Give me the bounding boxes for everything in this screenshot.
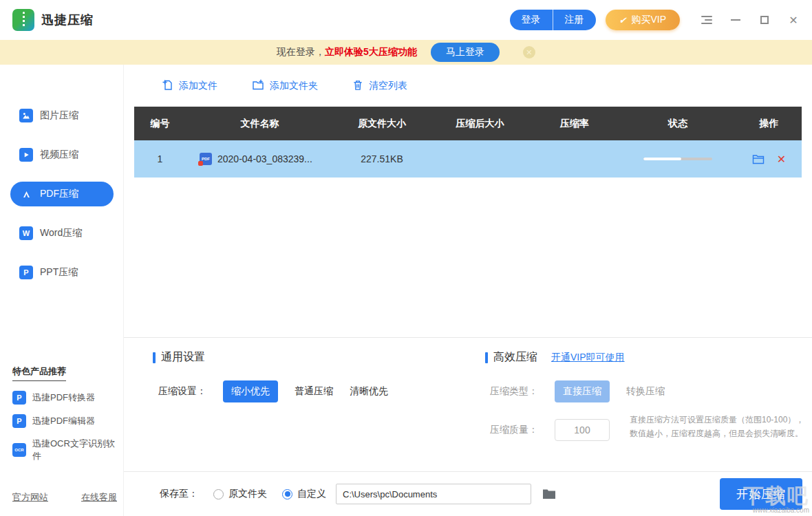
open-vip-link[interactable]: 开通VIP即可使用 xyxy=(551,352,625,364)
cell-filename: PDF 2020-04-03_083239... xyxy=(186,153,334,165)
clear-list-label: 清空列表 xyxy=(369,80,407,92)
image-compress-icon xyxy=(19,109,33,122)
sidebar-item-ppt-compress[interactable]: P PPT压缩 xyxy=(10,260,114,285)
progress-fill xyxy=(643,158,681,160)
quality-input[interactable] xyxy=(555,419,610,441)
compress-type-row: 压缩类型： 直接压缩 转换压缩 xyxy=(490,380,665,402)
add-file-button[interactable]: 添加文件 xyxy=(162,79,217,93)
sidebar-item-video-compress[interactable]: 视频压缩 xyxy=(10,142,114,167)
cell-actions: ✕ xyxy=(736,153,802,166)
add-file-label: 添加文件 xyxy=(179,80,217,92)
video-compress-icon xyxy=(19,148,33,162)
add-file-icon xyxy=(162,79,173,93)
app-window: 迅捷压缩 登录 注册 ✔ 购买VIP ✕ 现在登录，立即体验5大压缩功能 马上登… xyxy=(0,0,812,516)
app-logo-icon xyxy=(12,9,34,31)
register-button[interactable]: 注册 xyxy=(553,10,596,30)
menu-icon[interactable] xyxy=(701,14,713,26)
quality-row: 压缩质量： xyxy=(490,419,610,441)
close-button[interactable]: ✕ xyxy=(787,14,800,26)
remove-file-button[interactable]: ✕ xyxy=(777,153,786,166)
table-row[interactable]: 1 PDF 2020-04-03_083239... 227.51KB xyxy=(134,140,802,178)
open-folder-button[interactable] xyxy=(752,154,765,164)
settings-section: 通用设置 压缩设置： 缩小优先 普通压缩 清晰优先 高效压缩 开通VIP即可使用… xyxy=(124,337,812,471)
sidebar-item-label: 视频压缩 xyxy=(40,149,78,161)
column-header-original-size: 原文件大小 xyxy=(334,118,430,130)
sidebar-item-pdf-compress[interactable]: PDF压缩 xyxy=(10,182,114,206)
featured-item-pdf-converter[interactable]: P 迅捷PDF转换器 xyxy=(12,391,123,405)
promo-banner: 现在登录，立即体验5大压缩功能 马上登录 ✕ xyxy=(0,40,812,65)
cell-status xyxy=(619,158,736,160)
banner-text: 现在登录，立即体验5大压缩功能 xyxy=(277,46,417,58)
column-header-compressed-size: 压缩后大小 xyxy=(430,118,530,130)
topbar: 迅捷压缩 登录 注册 ✔ 购买VIP ✕ xyxy=(0,0,812,40)
window-controls: ✕ xyxy=(701,14,800,26)
compress-mode-row: 压缩设置： 缩小优先 普通压缩 清晰优先 xyxy=(158,380,388,402)
column-header-filename: 文件名称 xyxy=(186,118,334,130)
radio-custom-folder[interactable]: 自定义 xyxy=(282,488,326,500)
radio-circle xyxy=(213,489,224,499)
sidebar-item-label: 图片压缩 xyxy=(40,109,78,122)
save-path-input[interactable] xyxy=(336,484,531,504)
accent-bar xyxy=(153,352,156,363)
sidebar-item-image-compress[interactable]: 图片压缩 xyxy=(10,103,114,128)
clear-list-button[interactable]: 清空列表 xyxy=(352,79,407,93)
column-header-ratio: 压缩率 xyxy=(530,118,619,130)
file-list-empty-area xyxy=(124,178,812,337)
mode-option-normal[interactable]: 普通压缩 xyxy=(295,385,333,398)
auth-buttons: 登录 注册 xyxy=(510,10,596,30)
sidebar-item-label: PDF压缩 xyxy=(40,188,78,200)
mode-option-clarity-priority[interactable]: 清晰优先 xyxy=(350,385,388,398)
featured-item-label: 迅捷PDF编辑器 xyxy=(32,415,95,427)
radio-custom-label: 自定义 xyxy=(297,488,326,500)
compress-mode-label: 压缩设置： xyxy=(158,385,206,398)
bottom-bar: 保存至： 原文件夹 自定义 开始压缩 xyxy=(124,471,812,516)
minimize-button[interactable] xyxy=(729,14,742,26)
cell-original-size: 227.51KB xyxy=(334,153,430,164)
sidebar-nav: 图片压缩 视频压缩 PDF压缩 W Word压缩 xyxy=(0,65,123,285)
banner-close-icon[interactable]: ✕ xyxy=(523,46,535,58)
save-to-label: 保存至： xyxy=(160,488,198,500)
radio-circle-selected xyxy=(282,489,292,499)
table-header: 编号 文件名称 原文件大小 压缩后大小 压缩率 状态 操作 xyxy=(134,107,802,140)
featured-products: 特色产品推荐 P 迅捷PDF转换器 P 迅捷PDF编辑器 OCR 迅捷OCR文字… xyxy=(12,365,123,462)
pdf-editor-icon: P xyxy=(12,414,26,428)
featured-title: 特色产品推荐 xyxy=(12,365,66,381)
login-button[interactable]: 登录 xyxy=(510,10,553,30)
mode-option-shrink-priority[interactable]: 缩小优先 xyxy=(223,380,278,402)
radio-original-folder[interactable]: 原文件夹 xyxy=(213,488,267,500)
quality-label: 压缩质量： xyxy=(490,424,538,436)
official-site-link[interactable]: 官方网站 xyxy=(12,491,48,504)
buy-vip-button[interactable]: ✔ 购买VIP xyxy=(606,10,680,30)
start-compress-button[interactable]: 开始压缩 xyxy=(720,478,802,510)
sidebar: 图片压缩 视频压缩 PDF压缩 W Word压缩 xyxy=(0,65,124,516)
app-title: 迅捷压缩 xyxy=(41,12,94,28)
accent-bar xyxy=(485,352,488,363)
quality-hint: 直接压缩方法可设置压缩质量（范围10-100），数值越小，压缩程度越高，但是会损… xyxy=(630,413,810,441)
column-header-status: 状态 xyxy=(619,118,736,130)
file-name: 2020-04-03_083239... xyxy=(217,153,312,164)
vip-check-icon: ✔ xyxy=(619,15,627,25)
progress-bar xyxy=(643,158,712,160)
add-folder-button[interactable]: 添加文件夹 xyxy=(252,79,318,93)
banner-highlight: 立即体验5大压缩功能 xyxy=(325,46,417,57)
featured-item-pdf-editor[interactable]: P 迅捷PDF编辑器 xyxy=(12,414,123,428)
login-now-button[interactable]: 马上登录 xyxy=(431,43,500,62)
online-service-link[interactable]: 在线客服 xyxy=(81,491,117,504)
sidebar-item-label: PPT压缩 xyxy=(40,266,78,279)
word-compress-icon: W xyxy=(19,226,33,240)
sidebar-footer: 官方网站 在线客服 xyxy=(12,491,117,504)
ppt-compress-icon: P xyxy=(19,266,33,279)
sidebar-item-word-compress[interactable]: W Word压缩 xyxy=(10,221,114,246)
file-toolbar: 添加文件 添加文件夹 清空列表 xyxy=(124,65,812,107)
type-option-convert[interactable]: 转换压缩 xyxy=(626,385,665,398)
type-option-direct[interactable]: 直接压缩 xyxy=(555,380,610,402)
browse-folder-icon[interactable] xyxy=(542,488,556,499)
maximize-button[interactable] xyxy=(758,14,771,26)
column-header-actions: 操作 xyxy=(736,118,802,130)
pdf-compress-icon xyxy=(19,187,33,201)
featured-item-label: 迅捷PDF转换器 xyxy=(32,391,95,404)
buy-vip-label: 购买VIP xyxy=(631,14,666,26)
column-header-index: 编号 xyxy=(134,118,186,130)
featured-item-ocr[interactable]: OCR 迅捷OCR文字识别软件 xyxy=(12,438,123,462)
main-panel: 添加文件 添加文件夹 清空列表 编号 文件名称 原文 xyxy=(124,65,812,516)
